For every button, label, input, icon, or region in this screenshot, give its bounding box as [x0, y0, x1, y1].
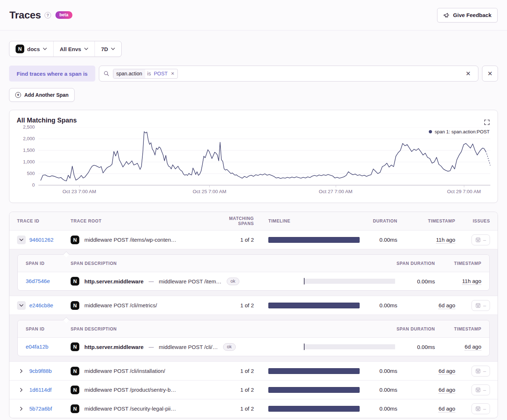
span-timestamp-value[interactable]: 6d ago [465, 344, 481, 350]
trace-root: middleware POST /cli/metrics/ [84, 302, 157, 308]
issues-empty-dash: – [483, 406, 486, 412]
x-axis-tick-mark [209, 185, 210, 187]
span-id-link[interactable]: e04fa12b [26, 344, 49, 350]
span-description: middleware POST /item… [159, 278, 221, 284]
trace-id-link[interactable]: e246cb8e [29, 302, 53, 308]
trace-id-link[interactable]: 5b72a6bf [29, 406, 52, 412]
nextjs-project-icon: N [71, 277, 79, 286]
give-feedback-button[interactable]: Give Feedback [437, 8, 498, 22]
span-operation: http.server.middleware [84, 278, 143, 284]
timestamp-value[interactable]: 6d ago [439, 406, 455, 412]
trace-root: middleware POST /cli/installation/ [84, 368, 165, 374]
issues-button[interactable]: – [472, 366, 490, 377]
chart-body: 05001,0001,5002,0002,500 [17, 127, 490, 185]
issues-icon [475, 303, 481, 308]
project-selector[interactable]: N docs [9, 41, 53, 57]
chart-title: All Matching Spans [17, 117, 490, 124]
nextjs-project-icon: N [71, 404, 79, 413]
beta-badge: beta [55, 11, 72, 19]
trace-id-link[interactable]: 9cb9f88b [29, 368, 52, 374]
trace-id-link[interactable]: 1d6114df [29, 387, 51, 393]
span-timeline-bar[interactable] [304, 279, 395, 284]
table-row[interactable]: 5b72a6bf N middleware POST /security-leg… [9, 399, 498, 418]
col-header-span-timestamp: TIMESTAMP [435, 327, 481, 332]
date-range-value: 7D [101, 46, 108, 52]
expand-row-button[interactable] [17, 407, 26, 411]
span-row[interactable]: e04fa12b N http.server.middleware — midd… [18, 338, 489, 356]
environment-selector-value: All Envs [60, 46, 81, 52]
duration-value: 0.00ms [360, 387, 397, 393]
nextjs-project-icon: N [71, 301, 79, 310]
span-search-input[interactable]: span.action is POST ✕ ✕ [99, 66, 478, 82]
timeline-bar[interactable] [268, 303, 360, 308]
expand-row-button[interactable] [17, 388, 26, 392]
timeline-bar[interactable] [268, 368, 360, 374]
chevron-right-icon [20, 369, 23, 373]
span-timestamp-value[interactable]: 11h ago [462, 278, 481, 285]
issues-empty-dash: – [483, 387, 486, 393]
filter-token[interactable]: span.action is POST ✕ [113, 69, 178, 79]
issues-empty-dash: – [483, 303, 486, 308]
add-another-span-button[interactable]: + Add Another Span [9, 88, 75, 102]
col-header-issues: ISSUES [455, 219, 490, 224]
span-separator: — [148, 278, 154, 284]
help-icon[interactable]: ? [45, 12, 51, 18]
all-matching-spans-panel: All Matching Spans span 1: span.action:P… [9, 110, 498, 203]
timeline-bar[interactable] [268, 387, 360, 393]
span-timeline-marker [304, 344, 305, 350]
filter-token-value[interactable]: POST [153, 69, 168, 78]
chevron-right-icon [20, 407, 23, 411]
fullscreen-expand-icon[interactable] [484, 120, 490, 126]
table-row[interactable]: 1d6114df N middleware POST /product/sent… [9, 380, 498, 399]
table-row[interactable]: e246cb8e N middleware POST /cli/metrics/… [9, 296, 498, 315]
collapse-row-button[interactable] [17, 301, 26, 310]
clear-search-icon[interactable]: ✕ [463, 68, 474, 79]
col-header-span-description: SPAN DESCRIPTION [71, 327, 289, 332]
table-row[interactable]: 94601262 N middleware POST /items/wp-con… [9, 230, 498, 249]
issues-icon [475, 387, 481, 392]
spans-sub-table: SPAN ID SPAN DESCRIPTION SPAN DURATION T… [17, 254, 490, 291]
timeline-bar[interactable] [268, 406, 360, 412]
table-row[interactable]: 9cb9f88b N middleware POST /cli/installa… [9, 361, 498, 380]
filter-token-operator[interactable]: is [145, 69, 153, 78]
timestamp-value[interactable]: 11h ago [436, 237, 455, 244]
y-axis-tick-label: 0 [32, 182, 35, 188]
line-chart[interactable] [38, 127, 490, 185]
span-timeline-bar[interactable] [304, 344, 395, 349]
issues-button[interactable]: – [472, 300, 490, 311]
span-row[interactable]: 36d7546e N http.server.middleware — midd… [18, 272, 489, 290]
nextjs-project-icon: N [16, 45, 24, 53]
issues-empty-dash: – [483, 368, 486, 374]
issues-button[interactable]: – [472, 384, 490, 395]
expand-row-button[interactable] [17, 369, 26, 373]
col-header-duration: DURATION [360, 219, 397, 224]
x-axis-tick-label: Oct 27 7:00 AM [319, 189, 352, 194]
span-status-badge: ok [223, 343, 236, 351]
issues-button[interactable]: – [472, 403, 490, 414]
find-traces-label: Find traces where a span is [9, 66, 95, 82]
matching-spans-value: 1 of 2 [216, 406, 254, 412]
timestamp-value[interactable]: 6d ago [439, 387, 455, 394]
span-status-badge: ok [227, 278, 239, 285]
span-id-link[interactable]: 36d7546e [26, 278, 50, 284]
col-header-span-timestamp: TIMESTAMP [435, 261, 481, 266]
issues-icon [475, 406, 481, 411]
trace-id-link[interactable]: 94601262 [29, 237, 54, 243]
nextjs-project-icon: N [71, 236, 79, 244]
timeline-bar[interactable] [268, 237, 360, 243]
date-range-selector[interactable]: 7D [95, 41, 121, 57]
timestamp-value[interactable]: 6d ago [439, 302, 455, 309]
plus-circle-icon: + [15, 92, 21, 98]
chevron-down-icon [19, 304, 24, 307]
y-axis-tick-label: 2,500 [23, 124, 35, 130]
remove-span-filter-button[interactable]: ✕ [482, 66, 498, 82]
collapse-row-button[interactable] [17, 236, 26, 244]
environment-selector[interactable]: All Envs [53, 41, 95, 57]
traces-page: { "header": { "title": "Traces", "beta_l… [0, 0, 507, 420]
duration-value: 0.00ms [360, 237, 397, 243]
span-query-row: Find traces where a span is span.action … [9, 66, 498, 82]
issues-button[interactable]: – [472, 234, 490, 245]
nextjs-project-icon: N [71, 367, 79, 375]
timestamp-value[interactable]: 6d ago [439, 368, 455, 375]
remove-token-icon[interactable]: ✕ [168, 70, 177, 78]
